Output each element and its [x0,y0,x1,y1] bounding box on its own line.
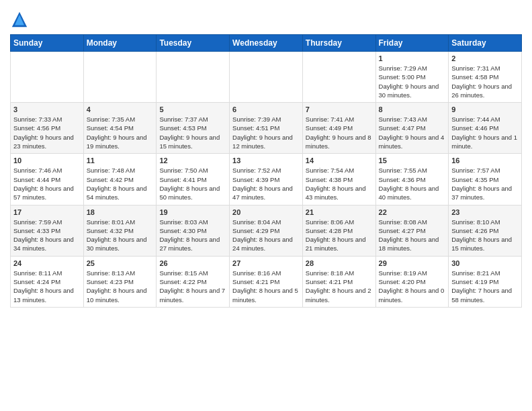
day-number: 6 [232,105,300,113]
calendar: SundayMondayTuesdayWednesdayThursdayFrid… [10,34,522,308]
day-number: 27 [232,259,300,267]
calendar-cell: 30Sunrise: 8:21 AMSunset: 4:19 PMDayligh… [449,256,522,307]
day-number: 28 [306,259,373,267]
calendar-cell: 18Sunrise: 8:01 AMSunset: 4:32 PMDayligh… [83,205,157,256]
day-number: 12 [159,156,226,165]
calendar-cell [83,52,157,103]
day-number: 7 [306,105,373,113]
calendar-cell: 16Sunrise: 7:57 AMSunset: 4:35 PMDayligh… [449,154,522,205]
day-info: Sunrise: 8:08 AMSunset: 4:27 PMDaylight:… [379,218,446,253]
day-info: Sunrise: 7:33 AMSunset: 4:56 PMDaylight:… [13,115,81,150]
day-number: 22 [379,208,446,216]
day-info: Sunrise: 7:43 AMSunset: 4:47 PMDaylight:… [379,115,446,150]
day-number: 30 [451,259,519,267]
day-number: 14 [306,156,373,165]
day-info: Sunrise: 7:54 AMSunset: 4:38 PMDaylight:… [306,166,373,201]
day-number: 11 [87,156,154,165]
calendar-cell: 24Sunrise: 8:11 AMSunset: 4:24 PMDayligh… [11,256,84,307]
calendar-cell: 28Sunrise: 8:18 AMSunset: 4:21 PMDayligh… [302,256,375,307]
day-number: 5 [159,105,226,113]
calendar-cell [302,52,375,103]
day-info: Sunrise: 7:57 AMSunset: 4:35 PMDaylight:… [451,166,519,201]
day-header-friday: Friday [375,35,449,52]
day-number: 10 [13,156,81,165]
day-info: Sunrise: 8:11 AMSunset: 4:24 PMDaylight:… [13,269,81,304]
calendar-cell: 15Sunrise: 7:55 AMSunset: 4:36 PMDayligh… [375,154,449,205]
day-number: 15 [379,156,446,165]
week-row-1: 1Sunrise: 7:29 AMSunset: 5:00 PMDaylight… [11,52,522,103]
day-number: 21 [306,208,373,216]
calendar-cell: 9Sunrise: 7:44 AMSunset: 4:46 PMDaylight… [449,103,522,154]
day-header-wednesday: Wednesday [230,35,303,52]
day-number: 16 [451,156,519,165]
day-header-thursday: Thursday [302,35,375,52]
day-number: 25 [87,259,154,267]
day-number: 9 [451,105,519,113]
day-number: 3 [13,105,81,113]
day-number: 2 [451,54,519,62]
calendar-cell: 29Sunrise: 8:19 AMSunset: 4:20 PMDayligh… [375,256,449,307]
week-row-5: 24Sunrise: 8:11 AMSunset: 4:24 PMDayligh… [11,256,522,307]
day-info: Sunrise: 7:50 AMSunset: 4:41 PMDaylight:… [159,166,226,201]
week-row-3: 10Sunrise: 7:46 AMSunset: 4:44 PMDayligh… [11,154,522,205]
calendar-cell: 27Sunrise: 8:16 AMSunset: 4:21 PMDayligh… [230,256,303,307]
day-info: Sunrise: 7:37 AMSunset: 4:53 PMDaylight:… [159,115,226,150]
calendar-cell: 8Sunrise: 7:43 AMSunset: 4:47 PMDaylight… [375,103,449,154]
calendar-cell: 4Sunrise: 7:35 AMSunset: 4:54 PMDaylight… [83,103,157,154]
day-header-sunday: Sunday [11,35,84,52]
calendar-cell: 1Sunrise: 7:29 AMSunset: 5:00 PMDaylight… [375,52,449,103]
calendar-cell: 7Sunrise: 7:41 AMSunset: 4:49 PMDaylight… [302,103,375,154]
calendar-cell: 26Sunrise: 8:15 AMSunset: 4:22 PMDayligh… [157,256,230,307]
day-info: Sunrise: 8:10 AMSunset: 4:26 PMDaylight:… [451,218,519,253]
calendar-cell: 13Sunrise: 7:52 AMSunset: 4:39 PMDayligh… [230,154,303,205]
day-info: Sunrise: 8:19 AMSunset: 4:20 PMDaylight:… [379,269,446,304]
calendar-cell [230,52,303,103]
day-info: Sunrise: 7:59 AMSunset: 4:33 PMDaylight:… [13,218,81,253]
calendar-cell: 6Sunrise: 7:39 AMSunset: 4:51 PMDaylight… [230,103,303,154]
calendar-cell: 5Sunrise: 7:37 AMSunset: 4:53 PMDaylight… [157,103,230,154]
day-number: 1 [379,54,446,62]
calendar-cell: 21Sunrise: 8:06 AMSunset: 4:28 PMDayligh… [302,205,375,256]
calendar-cell: 23Sunrise: 8:10 AMSunset: 4:26 PMDayligh… [449,205,522,256]
day-info: Sunrise: 8:03 AMSunset: 4:30 PMDaylight:… [159,218,226,253]
day-header-monday: Monday [83,35,157,52]
calendar-cell [11,52,84,103]
calendar-cell: 19Sunrise: 8:03 AMSunset: 4:30 PMDayligh… [157,205,230,256]
day-info: Sunrise: 7:39 AMSunset: 4:51 PMDaylight:… [232,115,300,150]
day-number: 4 [87,105,154,113]
day-number: 26 [159,259,226,267]
calendar-cell: 14Sunrise: 7:54 AMSunset: 4:38 PMDayligh… [302,154,375,205]
calendar-cell: 3Sunrise: 7:33 AMSunset: 4:56 PMDaylight… [11,103,84,154]
day-number: 17 [13,208,81,216]
day-number: 23 [451,208,519,216]
day-info: Sunrise: 7:31 AMSunset: 4:58 PMDaylight:… [451,64,519,99]
day-info: Sunrise: 8:04 AMSunset: 4:29 PMDaylight:… [232,218,300,253]
day-info: Sunrise: 8:21 AMSunset: 4:19 PMDaylight:… [451,269,519,304]
day-number: 29 [379,259,446,267]
day-info: Sunrise: 8:15 AMSunset: 4:22 PMDaylight:… [159,269,226,304]
calendar-cell: 25Sunrise: 8:13 AMSunset: 4:23 PMDayligh… [83,256,157,307]
day-number: 24 [13,259,81,267]
day-number: 13 [232,156,300,165]
day-info: Sunrise: 7:35 AMSunset: 4:54 PMDaylight:… [87,115,154,150]
day-info: Sunrise: 8:06 AMSunset: 4:28 PMDaylight:… [306,218,373,253]
calendar-cell: 11Sunrise: 7:48 AMSunset: 4:42 PMDayligh… [83,154,157,205]
day-number: 18 [87,208,154,216]
logo-icon [10,10,29,29]
week-row-4: 17Sunrise: 7:59 AMSunset: 4:33 PMDayligh… [11,205,522,256]
day-info: Sunrise: 8:18 AMSunset: 4:21 PMDaylight:… [306,269,373,304]
day-number: 8 [379,105,446,113]
day-info: Sunrise: 7:55 AMSunset: 4:36 PMDaylight:… [379,166,446,201]
day-info: Sunrise: 7:46 AMSunset: 4:44 PMDaylight:… [13,166,81,201]
calendar-cell: 2Sunrise: 7:31 AMSunset: 4:58 PMDaylight… [449,52,522,103]
day-info: Sunrise: 7:48 AMSunset: 4:42 PMDaylight:… [87,166,154,201]
day-info: Sunrise: 7:29 AMSunset: 5:00 PMDaylight:… [379,64,446,99]
day-info: Sunrise: 8:13 AMSunset: 4:23 PMDaylight:… [87,269,154,304]
calendar-cell [157,52,230,103]
calendar-cell: 22Sunrise: 8:08 AMSunset: 4:27 PMDayligh… [375,205,449,256]
week-row-2: 3Sunrise: 7:33 AMSunset: 4:56 PMDaylight… [11,103,522,154]
day-info: Sunrise: 7:44 AMSunset: 4:46 PMDaylight:… [451,115,519,150]
day-info: Sunrise: 8:16 AMSunset: 4:21 PMDaylight:… [232,269,300,304]
day-number: 20 [232,208,300,216]
calendar-cell: 12Sunrise: 7:50 AMSunset: 4:41 PMDayligh… [157,154,230,205]
